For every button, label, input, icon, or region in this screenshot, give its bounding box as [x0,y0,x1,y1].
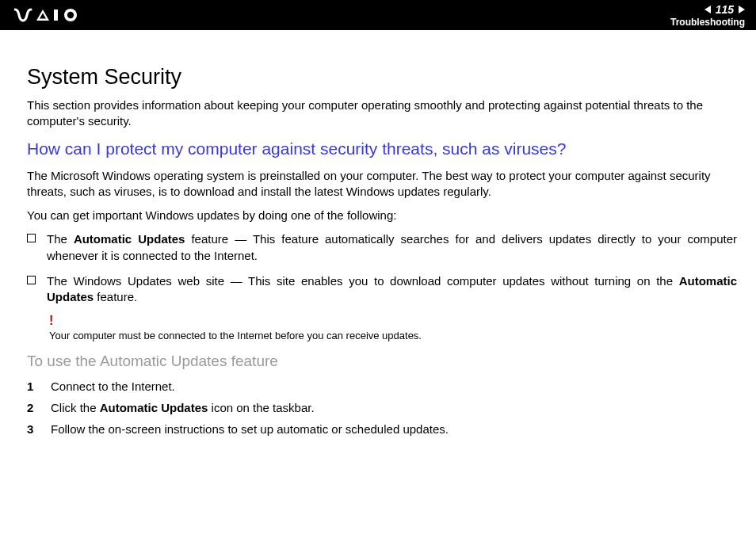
step-number: 1 [27,380,51,393]
subheading: To use the Automatic Updates feature [27,353,737,370]
step-text-part: Click the [51,401,100,414]
list-item: The Windows Updates web site — This site… [27,273,737,306]
step-text-part: Connect to the Internet. [51,380,175,393]
prev-page-icon[interactable] [704,6,711,13]
page-content: System Security This section provides in… [0,30,756,436]
bullet-text-part: feature. [94,290,137,303]
step-item: 1 Connect to the Internet. [27,380,737,393]
section-label: Troubleshooting [670,17,745,28]
bullet-text-bold: Automatic Updates [74,232,185,246]
step-text-part: icon on the taskbar. [208,401,314,414]
page-number: 115 [714,3,735,16]
intro-text: This section provides information about … [27,97,737,130]
bullet-text-part: The [47,232,74,246]
page-navigation: 115 [704,3,745,16]
step-item: 2 Click the Automatic Updates icon on th… [27,401,737,414]
step-number: 2 [27,401,51,414]
bullet-text-part: The Windows Updates web site — This site… [47,274,679,288]
page-header: 115 Troubleshooting [0,0,756,30]
next-page-icon[interactable] [739,6,745,13]
vaio-logo [14,8,84,22]
question-heading: How can I protect my computer against se… [27,139,737,158]
svg-point-2 [67,12,74,18]
bullet-icon [27,276,36,284]
step-list: 1 Connect to the Internet. 2 Click the A… [27,380,737,436]
bullet-icon [27,234,36,242]
header-right: 115 Troubleshooting [670,3,745,28]
step-text-bold: Automatic Updates [100,401,208,414]
bullet-list: The Automatic Updates feature — This fea… [27,231,737,305]
step-text-part: Follow the on-screen instructions to set… [51,422,449,436]
step-number: 3 [27,422,51,436]
page-title: System Security [27,65,737,90]
list-item: The Automatic Updates feature — This fea… [27,231,737,264]
step-item: 3 Follow the on-screen instructions to s… [27,422,737,436]
note-text: Your computer must be connected to the I… [49,330,422,341]
warning-icon: ! [49,315,737,327]
note-block: ! Your computer must be connected to the… [49,315,737,343]
paragraph-1: The Microsoft Windows operating system i… [27,168,737,200]
svg-rect-0 [54,10,58,21]
paragraph-2: You can get important Windows updates by… [27,208,737,223]
